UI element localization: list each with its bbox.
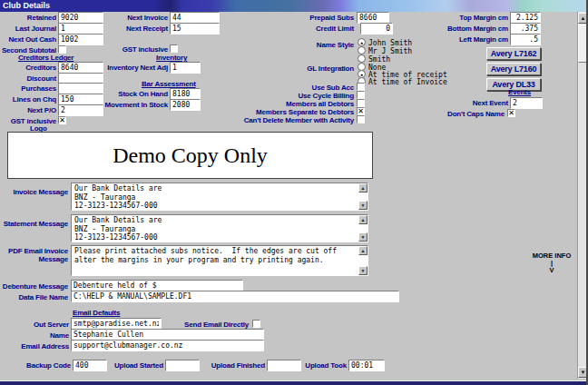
pdf-email-invoice-message-label: PDF Email Invoice Message xyxy=(1,247,68,263)
use-sub-acc-label: Use Sub Acc xyxy=(312,84,354,92)
members-separate-label: Members Separate to Debtors xyxy=(256,108,354,116)
purchases-label: Purchases xyxy=(21,84,56,93)
statement-message-label: Statement Message xyxy=(4,220,68,228)
upload-started-field[interactable] xyxy=(165,360,200,371)
backup-code-field[interactable] xyxy=(73,360,107,371)
name-style-option-label: Mr J Smith xyxy=(368,47,412,55)
data-file-name-label: Data File Name xyxy=(18,293,68,301)
invoice-message-scroll-down-icon[interactable]: ▼ xyxy=(358,201,368,210)
gst-inclusive-left-checkbox[interactable]: ✕ xyxy=(58,116,66,124)
use-sub-acc-checkbox[interactable] xyxy=(357,83,365,91)
inventory-next-adj-label: Inventory Next Adj xyxy=(107,64,168,72)
credit-limit-field[interactable] xyxy=(360,23,393,35)
email-address-label: Email Address xyxy=(21,342,69,350)
stock-on-hand-label: Stock On Hand xyxy=(118,90,168,98)
next-event-label: Next Event xyxy=(473,99,508,107)
left-margin-field[interactable] xyxy=(510,34,541,45)
upload-started-label: Upload Started xyxy=(114,361,163,370)
pdf-email-invoice-message-field[interactable]: Please print attached subs notice. If th… xyxy=(71,245,368,276)
invoice-message-field[interactable]: Our Bank Details are BNZ - Tauranga 12-3… xyxy=(71,183,368,211)
use-cycle-billing-label: Use Cycle Billing xyxy=(298,92,354,100)
name-style-radio-mr-j-smith[interactable] xyxy=(358,46,366,54)
email-defaults-heading: Email Defaults xyxy=(73,309,120,317)
statement-message-field[interactable]: Our Bank Details are BNZ - Tauranga 12-3… xyxy=(71,214,368,242)
members-separate-checkbox[interactable]: ✕ xyxy=(357,107,365,115)
members-all-debtors-checkbox[interactable] xyxy=(357,99,365,107)
pdf-email-message-scroll-up-icon[interactable]: ▲ xyxy=(358,246,368,255)
use-cycle-billing-checkbox[interactable] xyxy=(357,91,365,99)
email-name-label: Name xyxy=(50,331,69,340)
next-po-label: Next P/O xyxy=(27,106,56,114)
name-style-label: Name Style xyxy=(317,41,354,49)
club-details-window: Club Details Retained Last Journal Next … xyxy=(0,0,588,385)
gl-integration-label: GL Integration xyxy=(307,64,354,73)
send-email-directly-checkbox[interactable] xyxy=(252,320,260,328)
title-bar[interactable]: Club Details xyxy=(0,0,588,12)
upload-took-field[interactable] xyxy=(348,360,385,371)
cant-delete-label: Can't Delete Member with Activity xyxy=(244,116,354,124)
pdf-email-message-scroll-down-icon[interactable]: ▼ xyxy=(358,266,368,275)
upload-finished-field[interactable] xyxy=(267,360,301,371)
next-invoice-label: Next Invoice xyxy=(127,14,168,22)
dont-caps-name-label: Don't Caps Name xyxy=(447,110,505,118)
upload-took-label: Upload Took xyxy=(305,361,347,370)
inventory-next-adj-field[interactable] xyxy=(170,62,201,74)
creditors-label: Creditors xyxy=(25,64,56,72)
next-event-field[interactable] xyxy=(510,97,543,109)
avery-l7162-button[interactable]: Avery L7162 xyxy=(486,47,541,60)
inventory-heading: Inventory xyxy=(156,54,187,62)
name-style-radio-john-smith[interactable]: ● xyxy=(358,38,366,46)
debenture-message-label: Debenture Message xyxy=(3,282,68,291)
next-receipt-field[interactable] xyxy=(170,23,220,35)
second-subtotal-checkbox[interactable] xyxy=(58,45,66,54)
send-email-directly-label: Send Email Directly xyxy=(184,321,249,329)
email-address-field[interactable] xyxy=(71,340,264,351)
more-info-arrow-head: V xyxy=(526,267,577,274)
movement-in-stock-label: Movement In Stock xyxy=(104,101,168,109)
last-journal-label: Last Journal xyxy=(15,25,56,33)
members-all-debtors-label: Members all Debtors xyxy=(286,100,354,108)
creditors-ledger-heading: Creditors Ledger xyxy=(18,54,74,62)
name-style-option-label: John Smith xyxy=(368,39,412,47)
lines-on-chq-label: Lines on Chq xyxy=(13,95,56,104)
logo-box: Demo Copy Only xyxy=(7,132,373,179)
more-info-indicator: MORE INFO | V xyxy=(526,252,577,274)
invoice-message-label: Invoice Message xyxy=(13,188,68,196)
name-style-option-label: Smith xyxy=(368,55,390,64)
statement-message-scroll-up-icon[interactable]: ▲ xyxy=(358,215,368,224)
credit-limit-label: Credit Limit xyxy=(316,25,354,33)
gst-inclusive-mid-label: GST inclusive xyxy=(122,45,168,54)
cant-delete-checkbox[interactable] xyxy=(357,115,365,123)
avery-l7160-button[interactable]: Avery L7160 xyxy=(486,63,541,75)
next-receipt-label: Next Receipt xyxy=(126,25,168,33)
data-file-name-field[interactable] xyxy=(71,291,399,302)
prepaid-subs-label: Prepaid Subs xyxy=(309,14,354,22)
discount-label: Discount xyxy=(26,74,56,83)
statement-message-scroll-down-icon[interactable]: ▼ xyxy=(358,232,368,242)
gst-inclusive-mid-checkbox[interactable] xyxy=(170,44,178,53)
gl-integration-option-label: At time of Invoice xyxy=(368,78,447,86)
bottom-margin-label: Bottom Margin cm xyxy=(447,25,508,33)
invoice-message-scroll-up-icon[interactable]: ▲ xyxy=(358,183,368,192)
dont-caps-name-checkbox[interactable]: ✕ xyxy=(507,109,515,117)
movement-in-stock-field[interactable] xyxy=(170,99,201,111)
next-out-cash-field[interactable] xyxy=(58,34,103,45)
next-po-field[interactable] xyxy=(58,104,103,116)
name-style-radio-smith[interactable] xyxy=(358,54,366,63)
bottom-edge-strip xyxy=(0,380,588,385)
bar-assessment-heading: Bar Assessment xyxy=(142,80,196,88)
left-margin-label: Left Margin cm xyxy=(459,35,508,44)
demo-copy-watermark: Demo Copy Only xyxy=(8,133,372,178)
events-heading: Events xyxy=(508,88,531,96)
retained-label: Retained xyxy=(27,14,56,22)
top-margin-label: Top Margin cm xyxy=(459,14,508,22)
backup-code-label: Backup Code xyxy=(26,361,71,370)
upload-finished-label: Upload Finished xyxy=(211,361,265,370)
next-out-cash-label: Next Out Cash xyxy=(8,35,56,44)
out-server-label: Out Server xyxy=(34,321,69,329)
window-title: Club Details xyxy=(3,1,50,10)
